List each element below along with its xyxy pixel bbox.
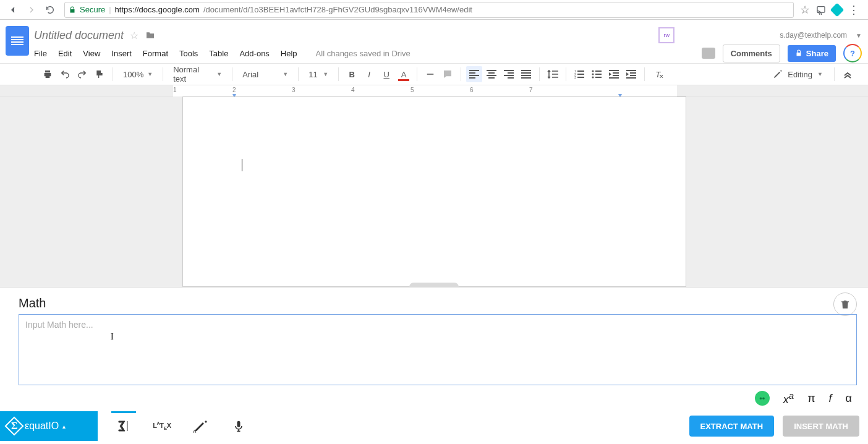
tab-equation-editor[interactable] xyxy=(111,411,136,441)
ruler-tick: 1 xyxy=(173,87,177,93)
insert-link-icon[interactable] xyxy=(422,66,438,82)
document-canvas[interactable] xyxy=(0,96,868,287)
align-center-icon[interactable] xyxy=(483,66,500,82)
font-family-dropdown[interactable]: Arial▼ xyxy=(237,66,293,82)
forward-button[interactable] xyxy=(23,2,40,18)
chrome-menu-icon[interactable]: ⋮ xyxy=(848,3,859,17)
menu-file[interactable]: File xyxy=(34,49,47,58)
math-input[interactable] xyxy=(25,320,850,330)
italic-icon[interactable]: I xyxy=(361,66,377,82)
ruler-tick: 5 xyxy=(411,87,414,93)
svg-text:3: 3 xyxy=(574,75,576,79)
equatio-logo-icon: Σ xyxy=(4,416,23,435)
print-icon[interactable] xyxy=(40,66,56,82)
trash-icon xyxy=(840,299,850,310)
text-cursor-icon: I xyxy=(111,332,114,342)
save-status: All changes saved in Drive xyxy=(316,49,411,58)
reload-button[interactable] xyxy=(42,2,58,18)
insert-comment-icon[interactable] xyxy=(440,66,456,82)
symbol-toolbar: •• xa π f α xyxy=(19,385,857,406)
smiley-icon[interactable]: •• xyxy=(755,391,770,406)
address-bar[interactable]: Secure | https://docs.google.com/documen… xyxy=(64,2,794,18)
line-spacing-icon[interactable] xyxy=(545,66,561,82)
share-button[interactable]: Share xyxy=(788,45,836,62)
bold-icon[interactable]: B xyxy=(344,66,360,82)
decrease-indent-icon[interactable] xyxy=(606,66,622,82)
menu-view[interactable]: View xyxy=(83,49,100,58)
user-email[interactable]: s.day@texthelp.com xyxy=(780,31,847,40)
svg-text:A: A xyxy=(193,429,197,433)
collapse-toolbar-icon[interactable] xyxy=(840,66,856,82)
numbered-list-icon[interactable]: 123 xyxy=(571,66,587,82)
equatio-brand-label: εquatIO xyxy=(25,421,59,432)
comments-button[interactable]: Comments xyxy=(723,45,780,62)
clear-button[interactable] xyxy=(833,292,857,316)
cast-icon[interactable] xyxy=(816,5,826,15)
comments-icon[interactable] xyxy=(702,48,715,59)
tab-handwriting[interactable]: A xyxy=(188,411,213,441)
menu-tools[interactable]: Tools xyxy=(179,49,198,58)
power-symbol[interactable]: xa xyxy=(783,390,794,406)
url-path: /document/d/1o3BEEH1avfctH728-gFhGV2GUd9… xyxy=(203,5,472,14)
editing-mode-label: Editing xyxy=(788,70,812,79)
align-justify-icon[interactable] xyxy=(518,66,534,82)
font-size-dropdown[interactable]: 11▼ xyxy=(304,66,333,82)
zoom-dropdown[interactable]: 100%▼ xyxy=(118,66,158,82)
menu-insert[interactable]: Insert xyxy=(111,49,132,58)
alpha-symbol[interactable]: α xyxy=(846,392,852,405)
svg-rect-0 xyxy=(817,6,825,12)
increase-indent-icon[interactable] xyxy=(623,66,639,82)
extract-math-button[interactable]: EXTRACT MATH xyxy=(689,416,775,437)
url-host: https://docs.google.com xyxy=(115,5,200,14)
menu-addons[interactable]: Add-ons xyxy=(239,49,269,58)
extension-icon[interactable] xyxy=(830,2,845,17)
back-button[interactable] xyxy=(5,2,21,18)
document-title[interactable]: Untitled document xyxy=(34,29,124,42)
menu-bar: File Edit View Insert Format Tools Table… xyxy=(34,45,862,62)
help-button[interactable]: ? xyxy=(843,44,862,62)
tab-speech[interactable] xyxy=(226,411,251,441)
svg-rect-8 xyxy=(237,421,240,427)
menu-help[interactable]: Help xyxy=(281,49,297,58)
align-left-icon[interactable] xyxy=(466,66,482,82)
menu-table[interactable]: Table xyxy=(209,49,228,58)
insert-math-button[interactable]: INSERT MATH xyxy=(783,416,859,437)
editing-mode-dropdown[interactable]: Editing ▼ xyxy=(767,69,829,79)
document-page[interactable] xyxy=(182,96,686,287)
docs-logo[interactable] xyxy=(6,26,29,56)
pi-symbol[interactable]: π xyxy=(807,392,815,405)
paint-format-icon[interactable] xyxy=(91,66,108,82)
menu-edit[interactable]: Edit xyxy=(58,49,72,58)
underline-icon[interactable]: U xyxy=(378,66,394,82)
lock-icon xyxy=(795,49,802,58)
text-cursor xyxy=(242,159,242,171)
star-icon[interactable]: ☆ xyxy=(130,30,138,41)
secure-label: Secure xyxy=(80,5,105,14)
horizontal-ruler[interactable]: ▾ ▾ 1 2 3 4 5 6 7 xyxy=(0,85,868,96)
align-right-icon[interactable] xyxy=(501,66,517,82)
bulleted-list-icon[interactable] xyxy=(589,66,605,82)
share-button-label: Share xyxy=(806,49,828,58)
menu-format[interactable]: Format xyxy=(143,49,168,58)
clear-formatting-icon[interactable]: T✕ xyxy=(650,66,666,82)
sigma-cursor-icon xyxy=(116,419,131,433)
account-menu-caret-icon[interactable]: ▼ xyxy=(856,32,862,39)
lock-icon xyxy=(69,6,76,14)
equatio-bottom-bar: Σ εquatIO ▴ LATEX A EXTRACT MATH INSERT … xyxy=(0,411,868,441)
equatio-brand[interactable]: Σ εquatIO ▴ xyxy=(0,411,98,441)
ruler-tick: 3 xyxy=(292,87,296,93)
math-input-field[interactable]: I xyxy=(19,314,857,385)
svg-point-6 xyxy=(592,76,594,78)
readwrite-extension-badge[interactable]: rw xyxy=(658,27,674,43)
folder-icon[interactable] xyxy=(145,30,156,40)
paragraph-style-dropdown[interactable]: Normal text▼ xyxy=(168,66,227,82)
text-color-icon[interactable]: A xyxy=(396,66,412,82)
bookmark-star-icon[interactable]: ☆ xyxy=(800,3,810,17)
function-symbol[interactable]: f xyxy=(829,392,832,405)
svg-point-4 xyxy=(592,70,594,72)
undo-icon[interactable] xyxy=(57,66,73,82)
tab-latex[interactable]: LATEX xyxy=(150,411,174,441)
redo-icon[interactable] xyxy=(74,66,90,82)
latex-label: LATEX xyxy=(153,421,171,431)
ruler-tick: 6 xyxy=(470,87,474,93)
